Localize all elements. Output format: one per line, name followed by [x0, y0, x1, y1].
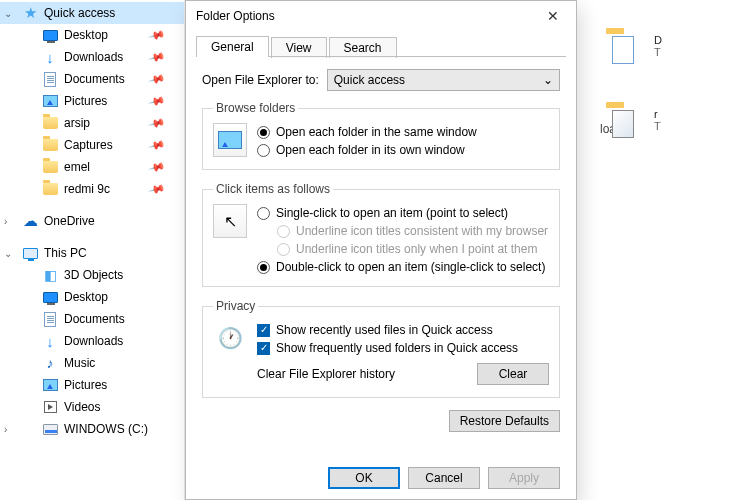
radio-single-click[interactable]: Single-click to open an item (point to s…: [257, 204, 549, 222]
check-frequent-folders[interactable]: Show frequently used folders in Quick ac…: [257, 339, 549, 357]
sidebar-label: Music: [64, 356, 95, 370]
folder-options-dialog: Folder Options ✕ General View Search Ope…: [185, 0, 577, 500]
content-area: loads D T r T: [600, 0, 750, 500]
sidebar-item-3d-objects[interactable]: ◧ 3D Objects: [0, 264, 184, 286]
pin-icon: 📌: [148, 136, 167, 154]
open-to-label: Open File Explorer to:: [202, 73, 319, 87]
restore-defaults-button[interactable]: Restore Defaults: [449, 410, 560, 432]
open-to-value: Quick access: [334, 73, 405, 87]
folder-card[interactable]: D T: [600, 26, 750, 82]
sidebar-item-pictures-pc[interactable]: Pictures: [0, 374, 184, 396]
sidebar-label: arsip: [64, 116, 90, 130]
chevron-down-icon: ⌄: [543, 73, 553, 87]
sidebar-label: OneDrive: [44, 214, 95, 228]
sidebar-label: Videos: [64, 400, 100, 414]
apply-button[interactable]: Apply: [488, 467, 560, 489]
sidebar-item-onedrive[interactable]: › ☁ OneDrive: [0, 210, 184, 232]
sidebar-item-desktop[interactable]: Desktop 📌: [0, 24, 184, 46]
sidebar-item-drive-c[interactable]: › WINDOWS (C:): [0, 418, 184, 440]
checkbox-icon: [257, 324, 270, 337]
drive-icon: [43, 424, 58, 435]
sidebar-label: Pictures: [64, 94, 107, 108]
sidebar-item-videos[interactable]: Videos: [0, 396, 184, 418]
browse-legend: Browse folders: [213, 101, 298, 115]
pin-icon: 📌: [148, 70, 167, 88]
sidebar-item-downloads[interactable]: ↓ Downloads 📌: [0, 46, 184, 68]
sidebar-item-documents[interactable]: Documents 📌: [0, 68, 184, 90]
titlebar: Folder Options ✕: [186, 1, 576, 31]
radio-same-window[interactable]: Open each folder in the same window: [257, 123, 549, 141]
sidebar-label: Quick access: [44, 6, 115, 20]
cancel-button[interactable]: Cancel: [408, 467, 480, 489]
radio-double-click[interactable]: Double-click to open an item (single-cli…: [257, 258, 549, 276]
click-legend: Click items as follows: [213, 182, 333, 196]
downloads-icon: ↓: [42, 333, 58, 349]
chevron-right-icon: ›: [4, 216, 7, 227]
dialog-footer: OK Cancel Apply: [186, 457, 576, 499]
tab-general[interactable]: General: [196, 36, 269, 57]
sidebar-item-arsip[interactable]: arsip 📌: [0, 112, 184, 134]
sidebar-label: Documents: [64, 312, 125, 326]
tabstrip: General View Search: [186, 31, 576, 57]
pictures-icon: [43, 95, 58, 107]
pc-icon: [23, 248, 38, 259]
sidebar-label: Downloads: [64, 334, 123, 348]
click-icon: ↖: [213, 204, 247, 238]
click-items-group: Click items as follows ↖ Single-click to…: [202, 182, 560, 287]
folder-icon: [43, 183, 58, 195]
sidebar-item-redmi9c[interactable]: redmi 9c 📌: [0, 178, 184, 200]
browse-icon: [213, 123, 247, 157]
radio-own-window[interactable]: Open each folder in its own window: [257, 141, 549, 159]
sidebar-item-quick-access[interactable]: ⌄ ★ Quick access: [0, 2, 184, 24]
cloud-icon: ☁: [22, 213, 38, 229]
folder-icon: [43, 161, 58, 173]
sidebar-label: This PC: [44, 246, 87, 260]
tab-view[interactable]: View: [271, 37, 327, 58]
ok-button[interactable]: OK: [328, 467, 400, 489]
videos-icon: [44, 401, 57, 413]
sidebar-label: WINDOWS (C:): [64, 422, 148, 436]
pictures-icon: [43, 379, 58, 391]
pin-icon: 📌: [148, 114, 167, 132]
folder-icon: [43, 117, 58, 129]
radio-icon: [257, 126, 270, 139]
pin-icon: 📌: [148, 26, 167, 44]
close-button[interactable]: ✕: [532, 2, 574, 30]
radio-icon: [277, 243, 290, 256]
sidebar-label: Downloads: [64, 50, 123, 64]
tab-search[interactable]: Search: [329, 37, 397, 58]
privacy-legend: Privacy: [213, 299, 258, 313]
check-recent-files[interactable]: Show recently used files in Quick access: [257, 321, 549, 339]
pin-icon: 📌: [148, 158, 167, 176]
sidebar-label: redmi 9c: [64, 182, 110, 196]
open-to-dropdown[interactable]: Quick access ⌄: [327, 69, 560, 91]
folder-card[interactable]: r T: [600, 100, 750, 156]
privacy-icon: 🕐: [213, 321, 247, 355]
folder-name: D: [654, 34, 662, 46]
pin-icon: 📌: [148, 92, 167, 110]
general-panel: Open File Explorer to: Quick access ⌄ Br…: [186, 57, 576, 457]
folder-icon: [43, 139, 58, 151]
documents-icon: [44, 72, 56, 87]
sidebar-item-documents-pc[interactable]: Documents: [0, 308, 184, 330]
three-d-icon: ◧: [42, 267, 58, 283]
sidebar-label: Pictures: [64, 378, 107, 392]
sidebar-label: Desktop: [64, 28, 108, 42]
folder-subtext: T: [654, 120, 661, 132]
sidebar-item-emel[interactable]: emel 📌: [0, 156, 184, 178]
sidebar-item-this-pc[interactable]: ⌄ This PC: [0, 242, 184, 264]
chevron-down-icon: ⌄: [4, 8, 12, 19]
music-icon: ♪: [42, 355, 58, 371]
clear-button[interactable]: Clear: [477, 363, 549, 385]
downloads-icon: ↓: [42, 49, 58, 65]
sidebar-item-music[interactable]: ♪ Music: [0, 352, 184, 374]
pin-icon: 📌: [148, 180, 167, 198]
sidebar-label: emel: [64, 160, 90, 174]
sidebar-item-downloads-pc[interactable]: ↓ Downloads: [0, 330, 184, 352]
sidebar-item-pictures[interactable]: Pictures 📌: [0, 90, 184, 112]
privacy-group: Privacy 🕐 Show recently used files in Qu…: [202, 299, 560, 398]
document-overlay-icon: [612, 36, 634, 64]
radio-icon: [277, 225, 290, 238]
sidebar-item-desktop-pc[interactable]: Desktop: [0, 286, 184, 308]
sidebar-item-captures[interactable]: Captures 📌: [0, 134, 184, 156]
